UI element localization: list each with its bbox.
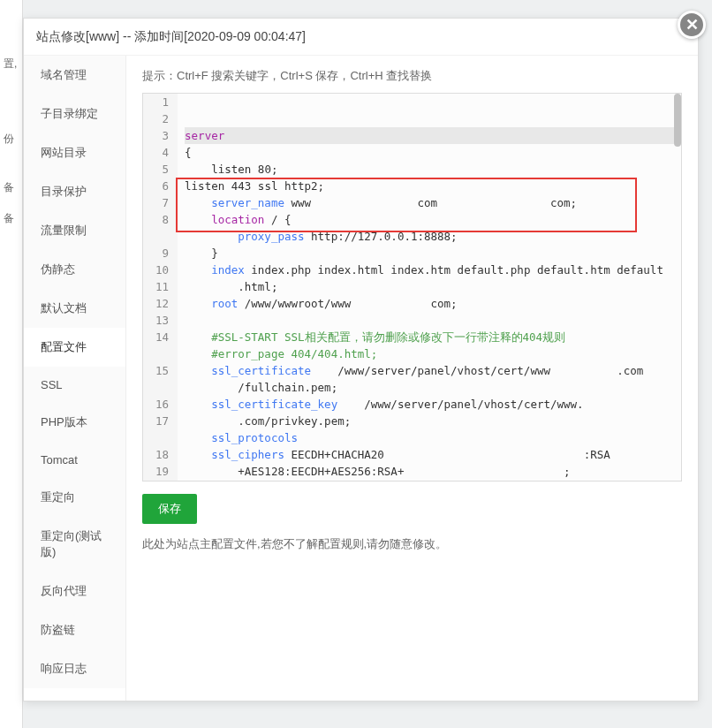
code-line: listen 443 ssl http2; [185, 178, 674, 194]
line-number: 7 [155, 194, 169, 211]
code-line: #SSL-START SSL相关配置，请勿删除或修改下一行带注释的404规则 [185, 329, 674, 345]
code-editor[interactable]: 12345678 91011121314 15 1617 1819 server… [142, 93, 682, 482]
code-line: { [185, 144, 674, 161]
code-line: server_name www com com; [185, 194, 674, 211]
code-line: ssl_certificate /www/server/panel/vhost/… [185, 362, 674, 379]
line-number: 15 [155, 362, 169, 379]
line-gutter: 12345678 91011121314 15 1617 1819 [143, 94, 178, 481]
sidebar: 域名管理子目录绑定网站目录目录保护流量限制伪静态默认文档配置文件SSLPHP版本… [24, 56, 126, 701]
code-area[interactable]: server{ listen 80;listen 443 ssl http2; … [178, 94, 681, 481]
line-number: 17 [155, 413, 169, 429]
line-number: 6 [155, 178, 169, 194]
line-number: 19 [155, 463, 169, 480]
code-line: server [185, 127, 674, 144]
line-number: 16 [155, 396, 169, 413]
code-line: proxy_pass http://127.0.0.1:8888; [185, 228, 674, 245]
close-button[interactable]: ✕ [678, 11, 706, 39]
sidebar-item-10[interactable]: Tomcat [24, 442, 125, 478]
line-number: 3 [155, 127, 169, 144]
note-text: 此处为站点主配置文件,若您不了解配置规则,请勿随意修改。 [142, 536, 682, 552]
line-number [155, 228, 169, 245]
line-number: 8 [155, 211, 169, 228]
code-line: ssl_certificate_key /www/server/panel/vh… [185, 396, 674, 413]
sidebar-item-2[interactable]: 网站目录 [24, 133, 125, 172]
line-number [155, 379, 169, 396]
line-number: 1 [155, 94, 169, 110]
sidebar-item-11[interactable]: 重定向 [24, 478, 125, 517]
sidebar-item-14[interactable]: 防盗链 [24, 610, 125, 649]
line-number [155, 429, 169, 446]
code-line: .html; [185, 278, 674, 295]
code-line: /fullchain.pem; [185, 379, 674, 396]
code-line: ssl_prefer_server_ciphers on; [185, 480, 674, 482]
line-number: 11 [155, 278, 169, 295]
code-line: } [185, 245, 674, 262]
sidebar-item-9[interactable]: PHP版本 [24, 403, 125, 442]
line-number: 2 [155, 110, 169, 127]
modal-body: 域名管理子目录绑定网站目录目录保护流量限制伪静态默认文档配置文件SSLPHP版本… [24, 56, 698, 701]
code-line: ssl_protocols [185, 429, 674, 446]
sidebar-item-7[interactable]: 配置文件 [24, 328, 125, 367]
line-number: 4 [155, 144, 169, 161]
line-number: 9 [155, 245, 169, 262]
hint-text: 提示：Ctrl+F 搜索关键字，Ctrl+S 保存，Ctrl+H 查找替换 [142, 68, 682, 84]
sidebar-item-5[interactable]: 伪静态 [24, 250, 125, 289]
sidebar-item-4[interactable]: 流量限制 [24, 211, 125, 250]
code-line: +AES128:EECDH+AES256:RSA+ ; [185, 463, 674, 480]
code-line: #error_page 404/404.html; [185, 345, 674, 362]
line-number: 5 [155, 161, 169, 178]
code-line: ssl_ciphers EECDH+CHACHA20 :RSA [185, 446, 674, 463]
site-edit-modal: ✕ 站点修改[www ] -- 添加时间[2020-09-09 00:04:47… [23, 18, 699, 701]
sidebar-item-12[interactable]: 重定向(测试版) [24, 517, 125, 572]
sidebar-item-3[interactable]: 目录保护 [24, 172, 125, 211]
sidebar-item-13[interactable]: 反向代理 [24, 572, 125, 610]
line-number [155, 345, 169, 362]
sidebar-item-15[interactable]: 响应日志 [24, 649, 125, 688]
line-number: 12 [155, 295, 169, 312]
code-line: location / { [185, 211, 674, 228]
modal-title: 站点修改[www ] -- 添加时间[2020-09-09 00:04:47] [24, 19, 698, 56]
line-number: 18 [155, 446, 169, 463]
line-number: 13 [155, 312, 169, 329]
line-number: 10 [155, 262, 169, 278]
sidebar-item-6[interactable]: 默认文档 [24, 289, 125, 328]
background-panel: 置, 份 备 备 [0, 0, 23, 728]
sidebar-item-1[interactable]: 子目录绑定 [24, 95, 125, 133]
editor-scrollbar[interactable] [674, 94, 681, 147]
save-button[interactable]: 保存 [142, 494, 197, 524]
code-line: index index.php index.html index.htm def… [185, 262, 674, 278]
sidebar-item-8[interactable]: SSL [24, 367, 125, 403]
main-panel: 提示：Ctrl+F 搜索关键字，Ctrl+S 保存，Ctrl+H 查找替换 12… [126, 56, 698, 701]
line-number: 14 [155, 329, 169, 345]
code-line: .com/privkey.pem; [185, 413, 674, 429]
sidebar-item-0[interactable]: 域名管理 [24, 56, 125, 95]
code-line: listen 80; [185, 161, 674, 178]
code-line: root /www/wwwroot/www com; [185, 295, 674, 312]
code-line [185, 312, 674, 329]
